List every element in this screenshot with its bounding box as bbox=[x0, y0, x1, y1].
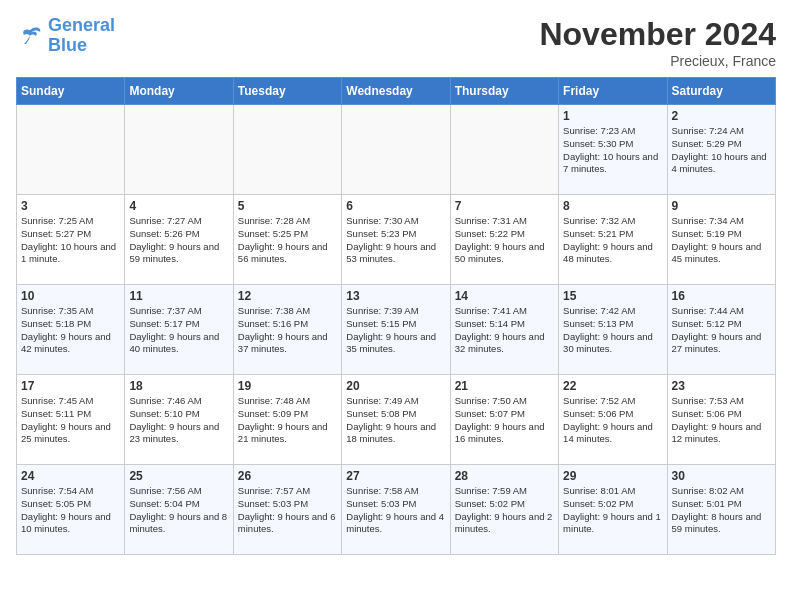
title-area: November 2024 Precieux, France bbox=[539, 16, 776, 69]
day-info: Sunrise: 7:49 AM Sunset: 5:08 PM Dayligh… bbox=[346, 395, 445, 446]
day-number: 14 bbox=[455, 289, 554, 303]
weekday-header-saturday: Saturday bbox=[667, 78, 775, 105]
day-number: 1 bbox=[563, 109, 662, 123]
calendar-week-row: 1Sunrise: 7:23 AM Sunset: 5:30 PM Daylig… bbox=[17, 105, 776, 195]
day-number: 12 bbox=[238, 289, 337, 303]
weekday-header-thursday: Thursday bbox=[450, 78, 558, 105]
calendar-cell: 25Sunrise: 7:56 AM Sunset: 5:04 PM Dayli… bbox=[125, 465, 233, 555]
calendar-cell: 22Sunrise: 7:52 AM Sunset: 5:06 PM Dayli… bbox=[559, 375, 667, 465]
day-info: Sunrise: 7:27 AM Sunset: 5:26 PM Dayligh… bbox=[129, 215, 228, 266]
calendar-cell: 3Sunrise: 7:25 AM Sunset: 5:27 PM Daylig… bbox=[17, 195, 125, 285]
calendar-cell bbox=[450, 105, 558, 195]
calendar-cell bbox=[342, 105, 450, 195]
calendar-cell: 12Sunrise: 7:38 AM Sunset: 5:16 PM Dayli… bbox=[233, 285, 341, 375]
calendar-cell: 20Sunrise: 7:49 AM Sunset: 5:08 PM Dayli… bbox=[342, 375, 450, 465]
location: Precieux, France bbox=[539, 53, 776, 69]
day-info: Sunrise: 7:58 AM Sunset: 5:03 PM Dayligh… bbox=[346, 485, 445, 536]
day-info: Sunrise: 7:41 AM Sunset: 5:14 PM Dayligh… bbox=[455, 305, 554, 356]
calendar-cell: 10Sunrise: 7:35 AM Sunset: 5:18 PM Dayli… bbox=[17, 285, 125, 375]
day-number: 28 bbox=[455, 469, 554, 483]
calendar-cell: 2Sunrise: 7:24 AM Sunset: 5:29 PM Daylig… bbox=[667, 105, 775, 195]
day-number: 13 bbox=[346, 289, 445, 303]
calendar-cell: 26Sunrise: 7:57 AM Sunset: 5:03 PM Dayli… bbox=[233, 465, 341, 555]
calendar-cell: 28Sunrise: 7:59 AM Sunset: 5:02 PM Dayli… bbox=[450, 465, 558, 555]
day-number: 15 bbox=[563, 289, 662, 303]
day-info: Sunrise: 7:54 AM Sunset: 5:05 PM Dayligh… bbox=[21, 485, 120, 536]
calendar-cell: 14Sunrise: 7:41 AM Sunset: 5:14 PM Dayli… bbox=[450, 285, 558, 375]
calendar-cell: 19Sunrise: 7:48 AM Sunset: 5:09 PM Dayli… bbox=[233, 375, 341, 465]
weekday-header-row: SundayMondayTuesdayWednesdayThursdayFrid… bbox=[17, 78, 776, 105]
day-number: 4 bbox=[129, 199, 228, 213]
day-number: 2 bbox=[672, 109, 771, 123]
day-number: 16 bbox=[672, 289, 771, 303]
day-info: Sunrise: 7:44 AM Sunset: 5:12 PM Dayligh… bbox=[672, 305, 771, 356]
day-number: 20 bbox=[346, 379, 445, 393]
day-info: Sunrise: 7:24 AM Sunset: 5:29 PM Dayligh… bbox=[672, 125, 771, 176]
day-info: Sunrise: 7:48 AM Sunset: 5:09 PM Dayligh… bbox=[238, 395, 337, 446]
calendar-cell: 16Sunrise: 7:44 AM Sunset: 5:12 PM Dayli… bbox=[667, 285, 775, 375]
calendar-cell: 11Sunrise: 7:37 AM Sunset: 5:17 PM Dayli… bbox=[125, 285, 233, 375]
day-info: Sunrise: 7:50 AM Sunset: 5:07 PM Dayligh… bbox=[455, 395, 554, 446]
day-number: 18 bbox=[129, 379, 228, 393]
calendar-cell: 5Sunrise: 7:28 AM Sunset: 5:25 PM Daylig… bbox=[233, 195, 341, 285]
calendar-cell: 13Sunrise: 7:39 AM Sunset: 5:15 PM Dayli… bbox=[342, 285, 450, 375]
calendar-week-row: 24Sunrise: 7:54 AM Sunset: 5:05 PM Dayli… bbox=[17, 465, 776, 555]
day-info: Sunrise: 7:25 AM Sunset: 5:27 PM Dayligh… bbox=[21, 215, 120, 266]
day-info: Sunrise: 7:53 AM Sunset: 5:06 PM Dayligh… bbox=[672, 395, 771, 446]
day-number: 11 bbox=[129, 289, 228, 303]
day-number: 25 bbox=[129, 469, 228, 483]
calendar-cell: 30Sunrise: 8:02 AM Sunset: 5:01 PM Dayli… bbox=[667, 465, 775, 555]
day-info: Sunrise: 7:30 AM Sunset: 5:23 PM Dayligh… bbox=[346, 215, 445, 266]
day-info: Sunrise: 7:35 AM Sunset: 5:18 PM Dayligh… bbox=[21, 305, 120, 356]
day-info: Sunrise: 7:59 AM Sunset: 5:02 PM Dayligh… bbox=[455, 485, 554, 536]
day-info: Sunrise: 7:57 AM Sunset: 5:03 PM Dayligh… bbox=[238, 485, 337, 536]
day-number: 21 bbox=[455, 379, 554, 393]
calendar-cell bbox=[125, 105, 233, 195]
calendar-week-row: 3Sunrise: 7:25 AM Sunset: 5:27 PM Daylig… bbox=[17, 195, 776, 285]
calendar-cell: 23Sunrise: 7:53 AM Sunset: 5:06 PM Dayli… bbox=[667, 375, 775, 465]
day-number: 8 bbox=[563, 199, 662, 213]
calendar-cell: 15Sunrise: 7:42 AM Sunset: 5:13 PM Dayli… bbox=[559, 285, 667, 375]
calendar-cell: 1Sunrise: 7:23 AM Sunset: 5:30 PM Daylig… bbox=[559, 105, 667, 195]
day-number: 19 bbox=[238, 379, 337, 393]
calendar-cell bbox=[233, 105, 341, 195]
day-info: Sunrise: 7:32 AM Sunset: 5:21 PM Dayligh… bbox=[563, 215, 662, 266]
day-number: 22 bbox=[563, 379, 662, 393]
logo-bird-icon bbox=[16, 22, 44, 50]
day-info: Sunrise: 8:01 AM Sunset: 5:02 PM Dayligh… bbox=[563, 485, 662, 536]
day-info: Sunrise: 7:34 AM Sunset: 5:19 PM Dayligh… bbox=[672, 215, 771, 266]
calendar-cell: 21Sunrise: 7:50 AM Sunset: 5:07 PM Dayli… bbox=[450, 375, 558, 465]
day-info: Sunrise: 7:46 AM Sunset: 5:10 PM Dayligh… bbox=[129, 395, 228, 446]
calendar-week-row: 10Sunrise: 7:35 AM Sunset: 5:18 PM Dayli… bbox=[17, 285, 776, 375]
day-info: Sunrise: 7:31 AM Sunset: 5:22 PM Dayligh… bbox=[455, 215, 554, 266]
day-number: 30 bbox=[672, 469, 771, 483]
weekday-header-sunday: Sunday bbox=[17, 78, 125, 105]
calendar-cell: 29Sunrise: 8:01 AM Sunset: 5:02 PM Dayli… bbox=[559, 465, 667, 555]
day-number: 27 bbox=[346, 469, 445, 483]
month-title: November 2024 bbox=[539, 16, 776, 53]
day-number: 5 bbox=[238, 199, 337, 213]
day-info: Sunrise: 7:39 AM Sunset: 5:15 PM Dayligh… bbox=[346, 305, 445, 356]
day-number: 7 bbox=[455, 199, 554, 213]
day-info: Sunrise: 7:45 AM Sunset: 5:11 PM Dayligh… bbox=[21, 395, 120, 446]
logo-text: General Blue bbox=[48, 16, 115, 56]
day-number: 17 bbox=[21, 379, 120, 393]
calendar-cell: 27Sunrise: 7:58 AM Sunset: 5:03 PM Dayli… bbox=[342, 465, 450, 555]
day-info: Sunrise: 7:52 AM Sunset: 5:06 PM Dayligh… bbox=[563, 395, 662, 446]
calendar-cell: 18Sunrise: 7:46 AM Sunset: 5:10 PM Dayli… bbox=[125, 375, 233, 465]
day-info: Sunrise: 7:28 AM Sunset: 5:25 PM Dayligh… bbox=[238, 215, 337, 266]
weekday-header-tuesday: Tuesday bbox=[233, 78, 341, 105]
day-number: 26 bbox=[238, 469, 337, 483]
calendar-week-row: 17Sunrise: 7:45 AM Sunset: 5:11 PM Dayli… bbox=[17, 375, 776, 465]
day-info: Sunrise: 7:23 AM Sunset: 5:30 PM Dayligh… bbox=[563, 125, 662, 176]
calendar-cell: 24Sunrise: 7:54 AM Sunset: 5:05 PM Dayli… bbox=[17, 465, 125, 555]
weekday-header-monday: Monday bbox=[125, 78, 233, 105]
day-number: 6 bbox=[346, 199, 445, 213]
calendar-cell: 6Sunrise: 7:30 AM Sunset: 5:23 PM Daylig… bbox=[342, 195, 450, 285]
calendar-cell: 17Sunrise: 7:45 AM Sunset: 5:11 PM Dayli… bbox=[17, 375, 125, 465]
day-number: 29 bbox=[563, 469, 662, 483]
day-number: 23 bbox=[672, 379, 771, 393]
weekday-header-friday: Friday bbox=[559, 78, 667, 105]
day-info: Sunrise: 7:56 AM Sunset: 5:04 PM Dayligh… bbox=[129, 485, 228, 536]
page-header: General Blue November 2024 Precieux, Fra… bbox=[16, 16, 776, 69]
